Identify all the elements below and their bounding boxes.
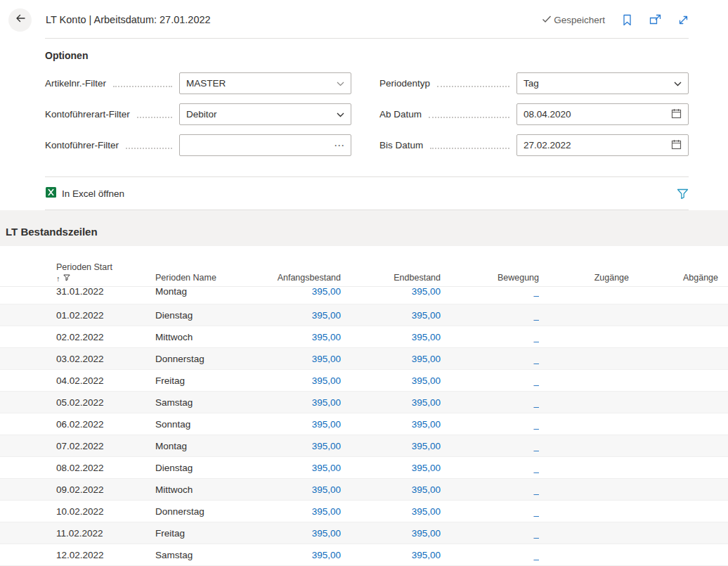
column-header-perioden-name[interactable]: Perioden Name	[155, 273, 250, 283]
back-button[interactable]	[8, 8, 32, 32]
perioden-start-cell[interactable]: 11.02.2022	[56, 528, 155, 539]
perioden-start-cell[interactable]: 09.02.2022	[56, 484, 155, 495]
perioden-start-cell[interactable]: 03.02.2022	[56, 354, 155, 364]
perioden-name-cell[interactable]: Freitag	[155, 375, 250, 386]
chevron-down-icon[interactable]	[674, 78, 682, 89]
perioden-name-cell[interactable]: Montag	[155, 287, 250, 297]
anfangsbestand-cell[interactable]: 395,00	[250, 310, 341, 321]
endbestand-cell[interactable]: 395,00	[341, 375, 441, 386]
bis-datum-input[interactable]	[524, 140, 671, 150]
ab-datum-input[interactable]	[524, 109, 671, 120]
calendar-icon[interactable]	[671, 108, 682, 121]
kontofuehrer-filter-input[interactable]	[186, 140, 330, 150]
anfangsbestand-cell[interactable]: 395,00	[250, 375, 341, 386]
perioden-name-cell[interactable]: Mittwoch	[155, 332, 250, 342]
column-header-zugaenge[interactable]: Zugänge	[539, 273, 629, 283]
column-header-anfangsbestand[interactable]: Anfangsbestand	[250, 273, 341, 283]
perioden-name-cell[interactable]: Sonntag	[155, 419, 250, 430]
table-row[interactable]: 06.02.2022Sonntag395,00395,00_	[0, 413, 728, 435]
perioden-start-cell[interactable]: 02.02.2022	[56, 332, 155, 342]
ab-datum-field[interactable]	[516, 103, 689, 125]
perioden-start-cell[interactable]: 05.02.2022	[56, 397, 155, 408]
anfangsbestand-cell[interactable]: 395,00	[250, 419, 341, 430]
perioden-name-cell[interactable]: Montag	[155, 441, 250, 451]
column-header-abgaenge[interactable]: Abgänge	[629, 273, 718, 283]
artikelnr-filter-input[interactable]	[186, 78, 337, 89]
open-in-excel-button[interactable]: In Excel öffnen	[45, 186, 124, 200]
endbestand-cell[interactable]: 395,00	[341, 484, 441, 495]
filter-funnel-icon[interactable]	[677, 188, 689, 200]
bewegung-cell[interactable]: _	[441, 310, 539, 321]
artikelnr-filter-combobox[interactable]	[179, 72, 351, 94]
periodentyp-select[interactable]: Tag	[516, 72, 689, 94]
bewegung-cell[interactable]: _	[441, 375, 539, 386]
column-header-endbestand[interactable]: Endbestand	[341, 273, 441, 283]
perioden-name-cell[interactable]: Samstag	[155, 550, 250, 560]
perioden-name-cell[interactable]: Dienstag	[155, 310, 250, 321]
perioden-name-cell[interactable]: Donnerstag	[155, 354, 250, 364]
endbestand-cell[interactable]: 395,00	[341, 397, 441, 408]
table-row[interactable]: 08.02.2022Dienstag395,00395,00_	[0, 457, 728, 479]
perioden-start-cell[interactable]: 10.02.2022	[56, 506, 155, 517]
bewegung-cell[interactable]: _	[441, 287, 539, 297]
table-row[interactable]: 09.02.2022Mittwoch395,00395,00_	[0, 479, 728, 501]
endbestand-cell[interactable]: 395,00	[341, 506, 441, 517]
endbestand-cell[interactable]: 395,00	[341, 441, 441, 451]
table-row[interactable]: 01.02.2022Dienstag395,00395,00_	[0, 304, 728, 326]
anfangsbestand-cell[interactable]: 395,00	[250, 332, 341, 342]
endbestand-cell[interactable]: 395,00	[341, 550, 441, 560]
table-row[interactable]: 05.02.2022Samstag395,00395,00_	[0, 392, 728, 413]
bookmark-icon[interactable]	[622, 14, 632, 26]
table-row[interactable]: 12.02.2022Samstag395,00395,00_	[0, 544, 728, 566]
perioden-start-cell[interactable]: 08.02.2022	[56, 463, 155, 473]
anfangsbestand-cell[interactable]: 395,00	[250, 506, 341, 517]
perioden-name-cell[interactable]: Dienstag	[155, 463, 250, 473]
bewegung-cell[interactable]: _	[441, 528, 539, 539]
bis-datum-field[interactable]	[516, 134, 689, 156]
bewegung-cell[interactable]: _	[441, 463, 539, 473]
endbestand-cell[interactable]: 395,00	[341, 287, 441, 297]
expand-icon[interactable]	[678, 15, 689, 25]
bewegung-cell[interactable]: _	[441, 550, 539, 560]
endbestand-cell[interactable]: 395,00	[341, 419, 441, 430]
assist-edit-button[interactable]: ⋯	[330, 142, 344, 149]
anfangsbestand-cell[interactable]: 395,00	[250, 528, 341, 539]
bewegung-cell[interactable]: _	[441, 354, 539, 364]
chevron-down-icon[interactable]	[337, 78, 344, 89]
bewegung-cell[interactable]: _	[441, 441, 539, 451]
table-row[interactable]: 02.02.2022Mittwoch395,00395,00_	[0, 326, 728, 348]
sort-ascending-icon[interactable]: ↑	[56, 274, 60, 283]
perioden-start-cell[interactable]: 06.02.2022	[56, 419, 155, 430]
table-row[interactable]: 11.02.2022Freitag395,00395,00_	[0, 522, 728, 544]
endbestand-cell[interactable]: 395,00	[341, 310, 441, 321]
table-row[interactable]: 03.02.2022Donnerstag395,00395,00_	[0, 348, 728, 370]
kontofuehrerart-filter-select[interactable]: Debitor	[179, 103, 351, 125]
perioden-name-cell[interactable]: Freitag	[155, 528, 250, 539]
table-row[interactable]: 07.02.2022Montag395,00395,00_	[0, 435, 728, 457]
table-row[interactable]: 04.02.2022Freitag395,00395,00_	[0, 370, 728, 392]
anfangsbestand-cell[interactable]: 395,00	[250, 550, 341, 560]
perioden-start-cell[interactable]: 12.02.2022	[56, 550, 155, 560]
endbestand-cell[interactable]: 395,00	[341, 463, 441, 473]
endbestand-cell[interactable]: 395,00	[341, 332, 441, 342]
anfangsbestand-cell[interactable]: 395,00	[250, 354, 341, 364]
column-header-bewegung[interactable]: Bewegung	[441, 273, 539, 283]
endbestand-cell[interactable]: 395,00	[341, 528, 441, 539]
chevron-down-icon[interactable]	[337, 109, 344, 120]
column-header-perioden-start[interactable]: Perioden Start ↑	[56, 262, 155, 283]
anfangsbestand-cell[interactable]: 395,00	[250, 484, 341, 495]
column-filter-icon[interactable]	[63, 274, 70, 283]
calendar-icon[interactable]	[671, 139, 682, 152]
perioden-name-cell[interactable]: Mittwoch	[155, 484, 250, 495]
bewegung-cell[interactable]: _	[441, 397, 539, 408]
anfangsbestand-cell[interactable]: 395,00	[250, 463, 341, 473]
open-in-window-icon[interactable]	[649, 14, 661, 25]
kontofuehrer-filter-field[interactable]: ⋯	[179, 134, 351, 156]
anfangsbestand-cell[interactable]: 395,00	[250, 441, 341, 451]
table-row[interactable]: 31.01.2022Montag395,00395,00_	[0, 287, 728, 304]
bewegung-cell[interactable]: _	[441, 332, 539, 342]
perioden-start-cell[interactable]: 01.02.2022	[56, 310, 155, 321]
anfangsbestand-cell[interactable]: 395,00	[250, 397, 341, 408]
endbestand-cell[interactable]: 395,00	[341, 354, 441, 364]
table-row[interactable]: 10.02.2022Donnerstag395,00395,00_	[0, 501, 728, 522]
